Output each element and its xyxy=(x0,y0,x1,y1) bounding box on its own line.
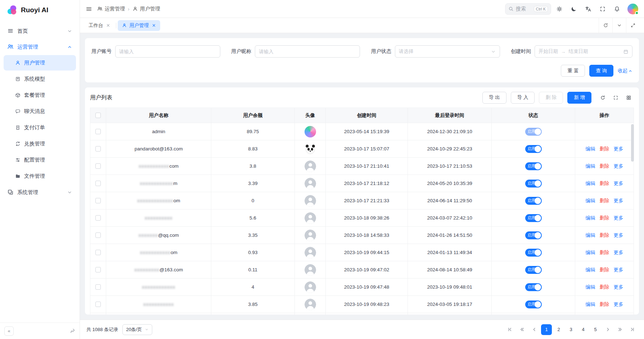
row-checkbox[interactable] xyxy=(95,215,101,221)
edit-link[interactable]: 编辑 xyxy=(585,146,595,152)
nickname-input[interactable] xyxy=(255,45,360,58)
sidebar-item-operations[interactable]: 运营管理 xyxy=(4,39,76,55)
more-link[interactable]: 更多 xyxy=(613,250,623,255)
row-checkbox[interactable] xyxy=(95,181,101,186)
edit-link[interactable]: 编辑 xyxy=(585,198,595,203)
refresh-tab-button[interactable] xyxy=(599,18,612,33)
sidebar-item-payment-orders[interactable]: 支付订单 xyxy=(4,120,76,135)
page-size-select[interactable]: 20条/页 xyxy=(122,324,152,335)
add-button[interactable]: 新 增 xyxy=(567,92,591,104)
tab-menu-button[interactable] xyxy=(612,18,626,33)
refresh-table-button[interactable] xyxy=(597,92,608,103)
row-checkbox[interactable] xyxy=(95,267,101,272)
more-link[interactable]: 更多 xyxy=(613,181,623,186)
select-all-checkbox[interactable] xyxy=(95,113,101,118)
sidebar-item-file-management[interactable]: 文件管理 xyxy=(4,168,76,184)
fullscreen-button[interactable] xyxy=(596,3,609,15)
sidebar-collapse-button[interactable]: « xyxy=(4,326,14,336)
content-fullscreen-button[interactable] xyxy=(626,18,640,33)
sidebar-item-system-model[interactable]: 系统模型 xyxy=(4,71,76,87)
sidebar-item-package-management[interactable]: 套餐管理 xyxy=(4,87,76,103)
edit-link[interactable]: 编辑 xyxy=(585,181,595,186)
account-input[interactable] xyxy=(115,45,220,58)
status-toggle[interactable]: 启用 xyxy=(525,300,542,308)
date-range-picker[interactable]: 开始日期 → 结束日期 xyxy=(535,45,632,58)
prev-page-button[interactable] xyxy=(529,324,540,335)
more-link[interactable]: 更多 xyxy=(613,267,623,272)
page-button[interactable]: 1 xyxy=(541,324,552,335)
row-checkbox[interactable] xyxy=(95,302,101,307)
export-button[interactable]: 导 出 xyxy=(482,92,506,104)
edit-link[interactable]: 编辑 xyxy=(585,267,595,272)
delete-link[interactable]: 删除 xyxy=(599,284,609,290)
sidebar-item-system-management[interactable]: 系统管理 xyxy=(4,184,76,200)
status-toggle[interactable]: 启用 xyxy=(525,162,542,170)
delete-link[interactable]: 删除 xyxy=(599,198,609,203)
edit-link[interactable]: 编辑 xyxy=(585,163,595,169)
status-toggle[interactable]: 启用 xyxy=(525,249,542,257)
row-checkbox[interactable] xyxy=(95,284,101,290)
delete-button[interactable]: 删 除 xyxy=(539,92,563,104)
settings-button[interactable] xyxy=(553,3,566,15)
sidebar-item-exchange-management[interactable]: 兑换管理 xyxy=(4,136,76,152)
close-icon[interactable] xyxy=(152,23,156,27)
first-page-button[interactable] xyxy=(504,324,515,335)
query-button[interactable]: 查 询 xyxy=(589,65,613,77)
breadcrumb-item-user-management[interactable]: 用户管理 xyxy=(132,6,160,12)
edit-link[interactable]: 编辑 xyxy=(585,232,595,238)
user-avatar[interactable] xyxy=(627,4,638,14)
sidebar-item-user-management[interactable]: 用户管理 xyxy=(4,55,76,71)
delete-link[interactable]: 删除 xyxy=(599,215,609,221)
sidebar-item-home[interactable]: 首页 xyxy=(4,23,76,39)
row-checkbox[interactable] xyxy=(95,250,101,255)
status-toggle[interactable]: 启用 xyxy=(525,180,542,187)
next-page-button[interactable] xyxy=(602,324,613,335)
sidebar-item-config-management[interactable]: 配置管理 xyxy=(4,152,76,168)
status-select[interactable]: 请选择 xyxy=(395,45,500,58)
prev-group-button[interactable] xyxy=(517,324,527,335)
delete-link[interactable]: 删除 xyxy=(599,250,609,255)
more-link[interactable]: 更多 xyxy=(613,302,623,307)
table-fullscreen-button[interactable] xyxy=(610,92,621,103)
status-toggle[interactable]: 启用 xyxy=(525,145,542,153)
status-toggle[interactable]: 启用 xyxy=(525,231,542,239)
next-group-button[interactable] xyxy=(614,324,625,335)
delete-link[interactable]: 删除 xyxy=(599,232,609,238)
status-toggle[interactable]: 启用 xyxy=(525,197,542,205)
status-toggle[interactable]: 启用 xyxy=(525,128,542,136)
sidebar-item-chat-messages[interactable]: 聊天消息 xyxy=(4,104,76,119)
reset-button[interactable]: 重 置 xyxy=(561,65,585,77)
delete-link[interactable]: 删除 xyxy=(599,146,609,152)
edit-link[interactable]: 编辑 xyxy=(585,215,595,221)
status-toggle[interactable]: 启用 xyxy=(525,283,542,291)
page-button[interactable]: 5 xyxy=(590,324,601,335)
delete-link[interactable]: 删除 xyxy=(599,267,609,272)
row-checkbox[interactable] xyxy=(95,146,101,152)
delete-link[interactable]: 删除 xyxy=(599,181,609,186)
delete-link[interactable]: 删除 xyxy=(599,163,609,169)
notifications-button[interactable] xyxy=(611,3,623,15)
tab-workbench[interactable]: 工作台 xyxy=(84,20,114,31)
row-checkbox[interactable] xyxy=(95,232,101,238)
global-search[interactable]: 搜索 Ctrl K xyxy=(505,3,551,15)
import-button[interactable]: 导 入 xyxy=(511,92,535,104)
pin-icon[interactable] xyxy=(70,328,75,334)
page-button[interactable]: 3 xyxy=(566,324,576,335)
language-button[interactable] xyxy=(582,3,594,15)
collapse-filter-link[interactable]: 收起 xyxy=(618,68,632,74)
row-checkbox[interactable] xyxy=(95,129,101,134)
more-link[interactable]: 更多 xyxy=(613,284,623,290)
close-icon[interactable] xyxy=(106,23,110,27)
more-link[interactable]: 更多 xyxy=(613,215,623,221)
row-checkbox[interactable] xyxy=(95,163,101,169)
breadcrumb-item-operations[interactable]: 运营管理 xyxy=(97,6,125,12)
more-link[interactable]: 更多 xyxy=(613,146,623,152)
delete-link[interactable]: 删除 xyxy=(599,302,609,307)
column-settings-button[interactable] xyxy=(623,92,634,103)
edit-link[interactable]: 编辑 xyxy=(585,250,595,255)
more-link[interactable]: 更多 xyxy=(613,163,623,169)
page-button[interactable]: 2 xyxy=(553,324,564,335)
edit-link[interactable]: 编辑 xyxy=(585,302,595,307)
more-link[interactable]: 更多 xyxy=(613,232,623,238)
tab-user-management[interactable]: 用户管理 xyxy=(118,20,160,31)
